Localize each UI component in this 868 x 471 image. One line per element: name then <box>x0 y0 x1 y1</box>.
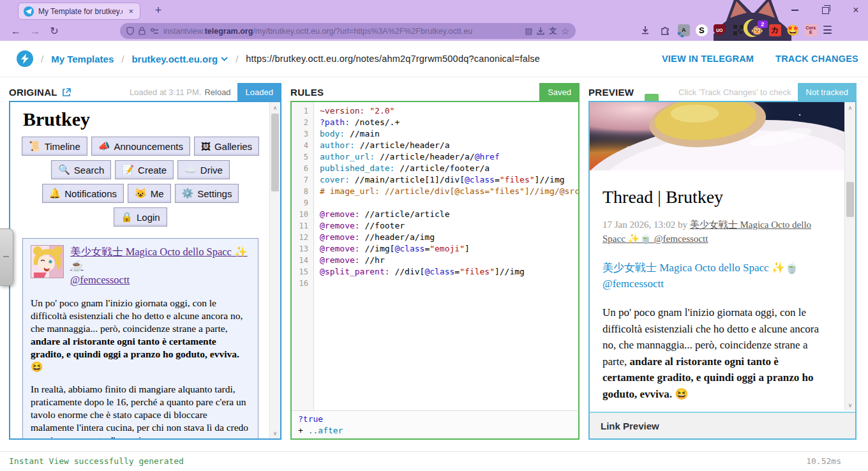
lock-icon[interactable] <box>138 27 146 35</box>
code-line-7[interactable]: 7cover: //main/article[1]/div[@class="fi… <box>292 174 578 186</box>
downloads-icon[interactable] <box>638 22 652 38</box>
line-number: 5 <box>292 151 313 163</box>
track-changes-link[interactable]: TRACK CHANGES <box>775 54 858 64</box>
code-line-1[interactable]: 1~version: "2.0" <box>292 105 578 117</box>
code-line-5[interactable]: 5author_url: //article/header/a/@href <box>292 151 578 163</box>
external-link-icon[interactable] <box>62 88 71 97</box>
breadcrumb-separator: / <box>121 54 124 64</box>
s-extension-icon[interactable]: S <box>696 24 708 36</box>
forward-icon[interactable]: → <box>26 26 45 37</box>
site-nav-button-login[interactable]: 🔒Login <box>114 207 167 227</box>
site-nav-button-timeline[interactable]: 📜Timeline <box>22 137 87 156</box>
chevron-down-icon <box>221 57 228 61</box>
code-line-13[interactable]: 13@remove: //img[@class="emoji"] <box>292 243 578 255</box>
site-nav-button-galleries[interactable]: 🖼Galleries <box>194 137 259 156</box>
line-number: 4 <box>292 140 313 151</box>
reload-link[interactable]: Reload <box>204 87 230 101</box>
minimize-icon[interactable] <box>789 5 800 15</box>
browser-toolbar: ← → ↻ instantview.telegram.org/my/brutke… <box>0 21 868 41</box>
line-number: 8 <box>292 186 313 197</box>
code-line-2[interactable]: 2?path: /notes/.+ <box>292 117 578 128</box>
scrollbar-thumb[interactable] <box>271 114 279 191</box>
browser-chrome: My Template for brutkey.octt.eu × + × ← … <box>0 0 868 41</box>
new-tab-button[interactable]: + <box>151 4 166 17</box>
sidebar-pull-handle[interactable] <box>0 228 13 286</box>
permissions-icon[interactable] <box>150 28 159 34</box>
ublock-shield-icon[interactable]: UO <box>714 24 726 36</box>
line-number: 11 <box>292 220 313 232</box>
code-line-12[interactable]: 12@remove: //header/a/img <box>292 232 578 243</box>
browser-tab[interactable]: My Template for brutkey.octt.eu × <box>18 3 140 20</box>
site-nav-button-me[interactable]: 😺Me <box>128 184 171 203</box>
code-line-4[interactable]: 4author: //article/header/a <box>292 140 578 151</box>
scroll-up-icon[interactable]: ∧ <box>845 103 855 112</box>
tab-close-icon[interactable]: × <box>127 6 135 16</box>
bookmark-star-icon[interactable]: ☆ <box>561 26 569 36</box>
starstruck-extension-icon[interactable]: 🤩 <box>787 24 799 36</box>
url-bar[interactable]: instantview.telegram.org/my/brutkey.octt… <box>120 23 576 39</box>
preview-panel-title: PREVIEW <box>588 87 634 101</box>
hamburger-menu-icon[interactable]: ☰ <box>823 24 832 37</box>
breadcrumb-template-name[interactable]: brutkey.octt.eu.org <box>131 54 228 64</box>
monkey-extension-icon[interactable]: 🐵2 <box>751 24 763 36</box>
qr-code-icon[interactable] <box>731 22 745 38</box>
shield-icon[interactable] <box>126 27 134 35</box>
reader-mode-icon[interactable]: ▤ <box>525 26 532 36</box>
site-nav-button-create[interactable]: 📝Create <box>115 160 174 179</box>
code-line-15[interactable]: 15@split_parent: //div[@class="files"]//… <box>292 266 578 278</box>
breadcrumb-page-url[interactable]: https://brutkey.octt.eu.org/notes/ahm2q7… <box>246 54 540 64</box>
preview-handle-link[interactable]: @femcessoctt <box>602 278 664 290</box>
code-line-3[interactable]: 3body: //main <box>292 128 578 140</box>
preview-scrollbar[interactable]: ∧ ∨ <box>844 102 855 410</box>
line-number: 13 <box>292 243 313 255</box>
cors-extension-icon[interactable]: CorsE <box>805 24 817 36</box>
kana-extension-icon[interactable]: カ <box>769 24 781 36</box>
link-preview-bar[interactable]: Link Preview <box>590 412 855 438</box>
scrollbar-thumb[interactable] <box>846 182 854 217</box>
url-text[interactable]: instantview.telegram.org/my/brutkey.octt… <box>163 27 520 36</box>
save-page-icon[interactable] <box>537 27 544 35</box>
site-nav-button-notifications[interactable]: 🔔Notifications <box>42 184 124 203</box>
preview-author-link[interactable]: 美少女戦士 Magica Octo dello Spacc ✨🍵 <box>602 262 798 274</box>
announcements-icon: 📣 <box>98 140 110 152</box>
instant-view-logo-icon[interactable] <box>17 50 33 67</box>
code-line-16[interactable]: 16 <box>292 278 578 289</box>
line-number: 12 <box>292 232 313 243</box>
site-nav-button-settings[interactable]: ⚙️Settings <box>175 184 239 203</box>
extensions-puzzle-icon[interactable] <box>658 22 672 38</box>
code-line-8[interactable]: 8# image_url: //article/div[@class="file… <box>292 186 578 197</box>
site-nav-button-announcements[interactable]: 📣Announcements <box>91 137 190 156</box>
site-nav-button-drive[interactable]: ☁️Drive <box>177 160 230 179</box>
scroll-down-icon[interactable]: ∨ <box>270 428 280 438</box>
original-scrollbar[interactable]: ∧ ∨ <box>269 102 280 438</box>
telegram-favicon <box>24 6 34 17</box>
breadcrumb-separator: / <box>236 54 238 64</box>
back-icon[interactable]: ← <box>6 26 26 37</box>
code-line-10[interactable]: 10@remove: //article/article <box>292 209 578 220</box>
line-number: 1 <box>292 105 313 117</box>
monkey-badge: 2 <box>758 20 768 28</box>
restore-icon[interactable] <box>819 5 831 15</box>
saved-badge: Saved <box>539 83 580 101</box>
code-line-9[interactable]: 9 <box>292 197 578 209</box>
code-line-6[interactable]: 6published_date: //article/footer/a <box>292 163 578 174</box>
translate-icon[interactable]: 文 <box>549 26 557 36</box>
site-nav-label: Notifications <box>64 188 117 199</box>
breadcrumb-my-templates[interactable]: My Templates <box>51 54 114 64</box>
code-line-11[interactable]: 11@remove: //footer <box>292 220 578 232</box>
reload-icon[interactable]: ↻ <box>45 25 64 37</box>
preview-article: Thread | Brutkey 17 Jan 2026, 13:02 by 美… <box>590 170 844 402</box>
site-nav-label: Timeline <box>45 141 80 152</box>
rules-code-editor[interactable]: 1~version: "2.0"2?path: /notes/.+3body: … <box>292 102 578 410</box>
line-number: 9 <box>292 197 313 209</box>
site-nav-button-search[interactable]: 🔍Search <box>51 160 111 179</box>
scroll-down-icon[interactable]: ∨ <box>845 400 855 410</box>
scroll-up-icon[interactable]: ∧ <box>270 103 280 112</box>
post-handle-link[interactable]: @femcessoctt <box>70 274 130 286</box>
close-icon[interactable]: × <box>850 5 862 15</box>
code-line-14[interactable]: 14@remove: //hr <box>292 255 578 266</box>
post-author-link[interactable]: 美少女戦士 Magica Octo dello Spacc ✨☕ <box>70 246 248 272</box>
paw-mark: 🐾 <box>677 31 684 38</box>
paw-extension-icon[interactable]: A🐾 <box>678 24 690 36</box>
view-in-telegram-link[interactable]: VIEW IN TELEGRAM <box>662 54 754 64</box>
